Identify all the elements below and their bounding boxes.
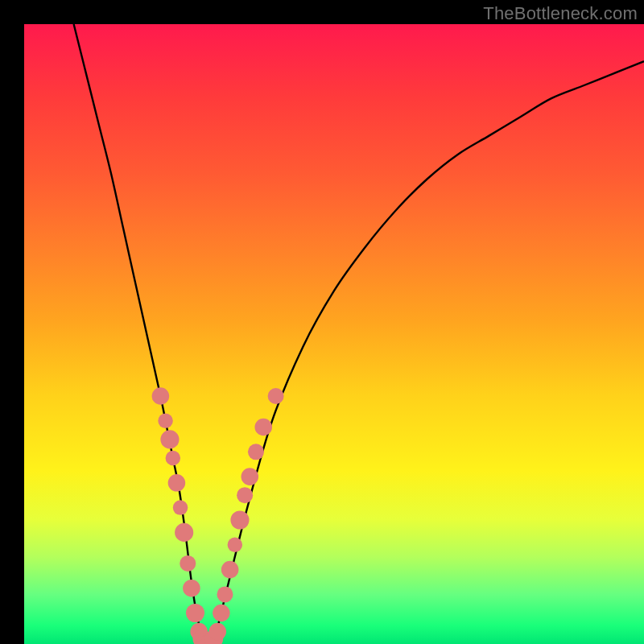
- markers-group: [152, 387, 284, 644]
- watermark-text: TheBottleneck.com: [483, 3, 638, 24]
- marker-dot: [228, 538, 242, 552]
- marker-dot: [268, 388, 284, 404]
- marker-dot: [183, 580, 200, 597]
- marker-dot: [208, 623, 226, 641]
- marker-dot: [248, 444, 264, 460]
- marker-dot: [213, 605, 230, 622]
- marker-dot: [160, 430, 179, 448]
- marker-dot: [175, 523, 193, 542]
- marker-dot: [237, 487, 253, 503]
- marker-dot: [158, 414, 172, 428]
- marker-dot: [180, 555, 196, 572]
- marker-dot: [173, 500, 188, 514]
- bottleneck-curve-right: [210, 61, 644, 644]
- marker-dot: [166, 451, 180, 465]
- plot-area: [24, 24, 644, 644]
- bottleneck-curve-left: [74, 24, 210, 644]
- marker-dot: [254, 419, 272, 436]
- marker-dot: [217, 586, 233, 602]
- chart-frame: TheBottleneck.com: [0, 0, 644, 644]
- marker-dot: [186, 604, 204, 622]
- marker-dot: [230, 510, 249, 529]
- marker-dot: [168, 474, 186, 492]
- curve-svg: [24, 24, 644, 644]
- marker-dot: [221, 561, 239, 579]
- marker-dot: [152, 387, 170, 405]
- marker-dot: [242, 468, 259, 485]
